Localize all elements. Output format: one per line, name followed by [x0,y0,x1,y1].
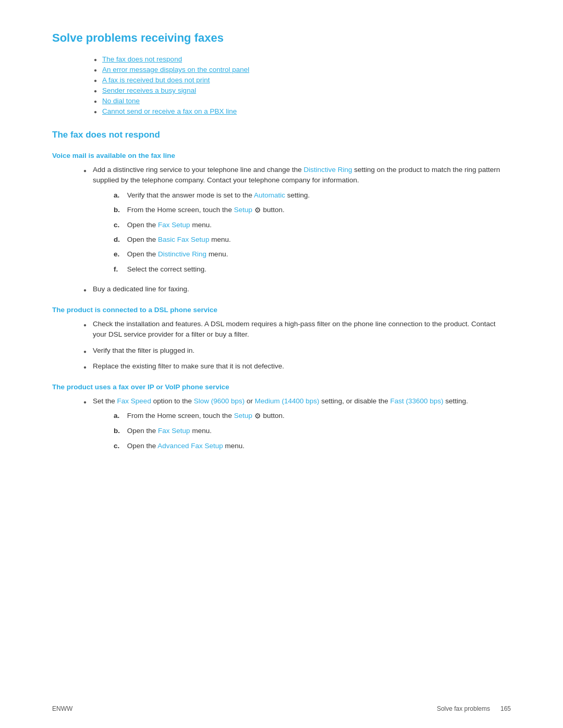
toc-link-3[interactable]: A fax is received but does not print [102,76,210,84]
sub-label-d: d. [114,235,125,245]
sub-label-b: b. [114,205,125,215]
sub-item-b-text: From the Home screen, touch the Setup ⚙ … [125,205,285,216]
slow-bps-link[interactable]: Slow (9600 bps) [194,397,245,405]
distinctive-ring-link-2[interactable]: Distinctive Ring [158,250,206,258]
dsl-bullet-1-text: Check the installation and features. A D… [93,319,511,340]
sub-item-e: e. Open the Distinctive Ring menu. [114,249,511,260]
voip-sub-label-a: a. [114,411,125,421]
medium-bps-link[interactable]: Medium (14400 bps) [255,397,320,405]
basic-fax-setup-link[interactable]: Basic Fax Setup [158,236,209,243]
sub-label-a: a. [114,190,125,201]
setup-link-2[interactable]: Setup [234,412,252,419]
automatic-link[interactable]: Automatic [254,191,285,199]
voip-sub-label-b: b. [114,426,125,436]
toc-link-5[interactable]: No dial tone [102,97,140,105]
subsection2-title: The product is connected to a DSL phone … [52,306,511,314]
fast-bps-link[interactable]: Fast (33600 bps) [390,397,443,405]
subsection3-bullets: Set the Fax Speed option to the Slow (96… [83,396,511,455]
page-footer: ENWW Solve fax problems 165 [0,705,563,712]
toc-item-5: No dial tone [94,97,511,105]
dsl-bullet-2: Verify that the filter is plugged in. [83,346,511,356]
toc-item-3: A fax is received but does not print [94,76,511,84]
sub-list-1: a. Verify that the answer mode is set to… [114,190,511,275]
toc-item-1: The fax does not respond [94,55,511,63]
footer-right: Solve fax problems 165 [437,705,511,712]
voip-bullet-1: Set the Fax Speed option to the Slow (96… [83,396,511,455]
distinctive-ring-link-1[interactable]: Distinctive Ring [304,166,352,174]
section1-title: The fax does not respond [52,130,511,140]
page-content: Solve problems receiving faxes The fax d… [0,0,563,502]
dsl-bullet-3: Replace the existing filter to make sure… [83,361,511,372]
sub-label-c: c. [114,220,125,230]
bullet-item-1: Add a distinctive ring service to your t… [83,165,511,279]
voip-sub-item-b-text: Open the Fax Setup menu. [125,426,212,436]
sub-label-e: e. [114,249,125,260]
voip-sub-item-b: b. Open the Fax Setup menu. [114,426,468,436]
toc-link-6[interactable]: Cannot send or receive a fax on a PBX li… [102,107,237,115]
toc-item-2: An error message displays on the control… [94,66,511,73]
voip-text-1: Set the Fax Speed option to the Slow (96… [93,397,468,405]
toc-link-2[interactable]: An error message displays on the control… [102,66,249,73]
main-title: Solve problems receiving faxes [52,31,511,45]
setup-icon-2: ⚙ [254,412,261,420]
fax-speed-link[interactable]: Fax Speed [117,397,151,405]
dsl-bullet-3-text: Replace the existing filter to make sure… [93,361,284,372]
footer-page-number: 165 [500,705,511,712]
toc-link-4[interactable]: Sender receives a busy signal [102,87,196,94]
subsection2-bullets: Check the installation and features. A D… [83,319,511,372]
subsection1-bullets: Add a distinctive ring service to your t… [83,165,511,294]
voip-sub-item-c-text: Open the Advanced Fax Setup menu. [125,441,244,451]
toc-list: The fax does not respond An error messag… [94,55,511,115]
setup-icon-1: ⚙ [254,206,261,214]
dsl-bullet-2-text: Verify that the filter is plugged in. [93,346,194,356]
voip-sub-item-a-text: From the Home screen, touch the Setup ⚙ … [125,411,285,422]
footer-section-label: Solve fax problems [437,705,490,712]
sub-list-2: a. From the Home screen, touch the Setup… [114,411,468,451]
sub-item-c: c. Open the Fax Setup menu. [114,220,511,230]
bullet-item-2: Buy a dedicated line for faxing. [83,284,511,294]
dsl-bullet-1: Check the installation and features. A D… [83,319,511,340]
toc-item-6: Cannot send or receive a fax on a PBX li… [94,107,511,115]
subsection3-title: The product uses a fax over IP or VoIP p… [52,383,511,391]
sub-item-f: f. Select the correct setting. [114,264,511,275]
setup-link-1[interactable]: Setup [234,206,252,214]
toc-link-1[interactable]: The fax does not respond [102,55,182,63]
footer-left: ENWW [52,705,72,712]
sub-label-f: f. [114,264,125,275]
sub-item-c-text: Open the Fax Setup menu. [125,220,212,230]
sub-item-a: a. Verify that the answer mode is set to… [114,190,511,201]
sub-item-e-text: Open the Distinctive Ring menu. [125,249,228,260]
bullet1-text-before: Add a distinctive ring service to your t… [93,166,304,174]
sub-item-d-text: Open the Basic Fax Setup menu. [125,235,231,245]
bullet2-text: Buy a dedicated line for faxing. [93,284,189,294]
voip-sub-item-a: a. From the Home screen, touch the Setup… [114,411,468,422]
sub-item-b: b. From the Home screen, touch the Setup… [114,205,511,216]
advanced-fax-setup-link[interactable]: Advanced Fax Setup [157,442,223,450]
subsection1-title: Voice mail is available on the fax line [52,152,511,159]
voip-sub-label-c: c. [114,441,125,451]
fax-setup-link-1[interactable]: Fax Setup [158,221,190,229]
fax-setup-link-2[interactable]: Fax Setup [158,427,190,435]
sub-item-d: d. Open the Basic Fax Setup menu. [114,235,511,245]
sub-item-f-text: Select the correct setting. [125,264,206,275]
voip-sub-item-c: c. Open the Advanced Fax Setup menu. [114,441,468,451]
sub-item-a-text: Verify that the answer mode is set to th… [125,190,310,201]
toc-item-4: Sender receives a busy signal [94,87,511,94]
